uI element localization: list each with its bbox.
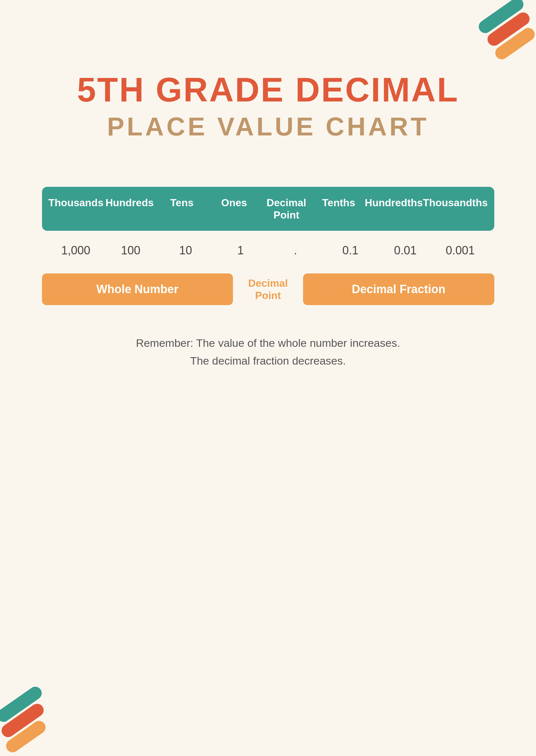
main-content: 5TH GRADE DECIMAL PLACE VALUE CHART Thou… — [0, 0, 536, 756]
remember-line1: Remember: The value of the whole number … — [136, 334, 400, 352]
header-ones: Ones — [208, 196, 260, 222]
decimal-fraction-label: Decimal Fraction — [303, 273, 494, 305]
decimal-point-label: Decimal Point — [233, 273, 303, 305]
place-value-table: Thousands Hundreds Tens Ones DecimalPoin… — [42, 187, 494, 305]
decimal-point-label-line2: Point — [255, 289, 281, 301]
header-decimal-point: DecimalPoint — [260, 196, 313, 222]
value-hundreds: 100 — [103, 244, 158, 257]
value-tenths: 0.1 — [323, 244, 378, 257]
title-line1: 5TH GRADE DECIMAL — [77, 71, 459, 109]
table-header-row: Thousands Hundreds Tens Ones DecimalPoin… — [42, 187, 494, 231]
remember-section: Remember: The value of the whole number … — [136, 334, 400, 369]
table-labels-row: Whole Number Decimal Point Decimal Fract… — [42, 273, 494, 305]
value-decimal-point: . — [268, 244, 323, 257]
value-thousandths: 0.001 — [433, 244, 488, 257]
header-thousands: Thousands — [49, 196, 104, 222]
value-tens: 10 — [158, 244, 213, 257]
decimal-point-label-line1: Decimal — [248, 277, 288, 289]
header-hundredths: Hundredths — [365, 196, 423, 222]
remember-line2: The decimal fraction decreases. — [136, 352, 400, 369]
header-tenths: Tenths — [313, 196, 365, 222]
value-thousands: 1,000 — [49, 244, 103, 257]
header-thousandths: Thousandths — [423, 196, 488, 222]
whole-number-label: Whole Number — [42, 273, 233, 305]
value-hundredths: 0.01 — [378, 244, 433, 257]
table-values-row: 1,000 100 10 1 . 0.1 0.01 0.001 — [42, 231, 494, 270]
header-hundreds: Hundreds — [103, 196, 156, 222]
value-ones: 1 — [213, 244, 268, 257]
header-tens: Tens — [156, 196, 208, 222]
title-line2: PLACE VALUE CHART — [107, 112, 429, 142]
